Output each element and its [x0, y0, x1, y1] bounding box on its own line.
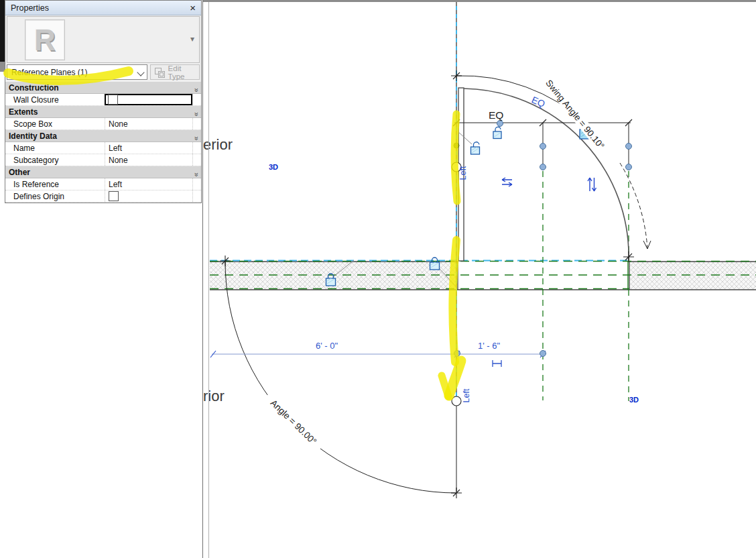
group-header-extents[interactable]: Extents «	[5, 106, 201, 118]
panel-titlebar[interactable]: Properties ×	[5, 1, 201, 15]
door-swing-arc[interactable]	[464, 89, 629, 261]
docked-panel-edge	[0, 0, 5, 62]
ref-plane-end-bubble-top[interactable]	[452, 162, 461, 172]
collapse-icon[interactable]: «	[192, 168, 200, 176]
name-value[interactable]: Left	[105, 142, 192, 154]
property-row-wall-closure: Wall Closure	[5, 94, 201, 106]
property-row-subcategory: Subcategory None	[5, 154, 201, 166]
type-selector-combobox[interactable]: Reference Planes (1)	[7, 64, 147, 80]
properties-panel: Properties × R ▾ Reference Planes (1) Ed…	[5, 0, 202, 203]
wall-closure-value-cell[interactable]	[105, 94, 192, 105]
grip-eq-toggle[interactable]	[497, 121, 503, 127]
grip[interactable]	[626, 144, 632, 150]
family-thumbnail: R	[25, 19, 65, 60]
defines-origin-value-cell[interactable]	[105, 190, 192, 202]
property-row-is-reference: Is Reference Left	[5, 178, 201, 190]
type-selector-value: Reference Planes (1)	[7, 68, 87, 77]
ref-plane-end-bubble-bottom[interactable]	[452, 396, 461, 406]
properties-grid: Construction « Wall Closure Extents « Sc…	[5, 82, 201, 203]
lock-open-eq[interactable]	[493, 127, 501, 138]
grip-olive[interactable]	[454, 143, 459, 148]
canvas-border-outer	[202, 0, 203, 558]
grip[interactable]	[540, 144, 546, 150]
lock-open-door[interactable]	[471, 142, 480, 154]
grip-dim-right[interactable]	[540, 351, 546, 357]
revit-family-editor: erior rior 3D 3D EQ EQ Swing Angle = 90.…	[0, 0, 756, 558]
angle-dimension-arc[interactable]	[225, 261, 456, 493]
group-header-construction[interactable]: Construction «	[5, 82, 201, 94]
canvas-top-edge	[203, 0, 756, 2]
group-header-identity-data[interactable]: Identity Data «	[5, 130, 201, 142]
edit-type-label: Edit Type	[168, 64, 199, 80]
revit-logo: R	[34, 23, 56, 57]
linear-dimension[interactable]	[210, 351, 546, 367]
lock-closed-swing-dim[interactable]	[580, 124, 592, 140]
edit-type-button[interactable]: Edit Type	[150, 64, 200, 80]
grip-dim-left[interactable]	[454, 351, 460, 357]
lock-closed-wall-right[interactable]	[430, 258, 440, 270]
collapse-icon[interactable]: «	[192, 107, 200, 116]
flip-control-vertical[interactable]	[588, 178, 596, 191]
canvas-border-inner	[208, 0, 209, 558]
type-preview: R ▾	[7, 16, 200, 63]
scope-box-value[interactable]: None	[105, 118, 192, 129]
subcategory-value[interactable]: None	[105, 154, 192, 166]
property-row-name: Name Left	[5, 142, 201, 154]
is-reference-value[interactable]: Left	[105, 178, 192, 190]
dimension-text-grip[interactable]	[493, 360, 501, 367]
grip[interactable]	[540, 164, 546, 170]
grip[interactable]	[626, 164, 632, 170]
flip-control-horizontal[interactable]	[502, 178, 512, 186]
defines-origin-checkbox[interactable]	[109, 191, 119, 201]
wall-hatch[interactable]	[210, 262, 756, 290]
docked-panel-edge-lower	[0, 62, 5, 72]
close-icon[interactable]: ×	[190, 3, 196, 13]
collapse-icon[interactable]: «	[192, 131, 200, 140]
collapse-icon[interactable]: «	[192, 83, 200, 92]
edit-type-icon	[155, 68, 165, 77]
property-row-defines-origin: Defines Origin	[5, 190, 201, 203]
group-header-other[interactable]: Other «	[5, 166, 201, 178]
preview-dropdown-icon[interactable]: ▾	[190, 34, 194, 44]
property-row-scope-box: Scope Box None	[5, 118, 201, 130]
wall-closure-checkbox[interactable]	[108, 95, 118, 105]
door-panel[interactable]	[458, 88, 464, 261]
chevron-down-icon	[137, 68, 144, 76]
panel-title: Properties	[11, 3, 49, 13]
swing-angle-dimension[interactable]	[456, 76, 651, 249]
